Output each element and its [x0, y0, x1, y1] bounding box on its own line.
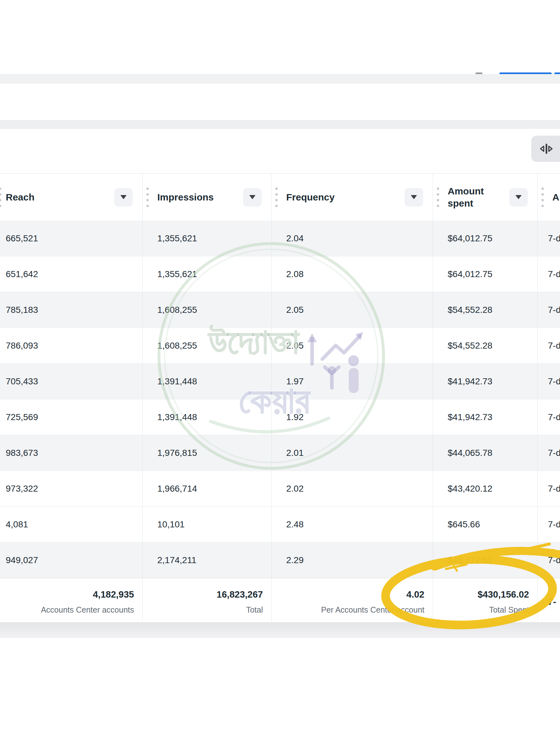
cell-impressions: 2,174,211 — [143, 542, 271, 578]
column-drag-handle[interactable] — [146, 187, 149, 207]
cell-frequency: 2.05 — [271, 328, 433, 363]
cell-impressions: 1,608,255 — [143, 292, 271, 328]
column-header-amount_spent: Amount spent — [433, 174, 538, 221]
total-label: Per Accounts Center account — [321, 605, 424, 615]
cell-impressions: 1,966,714 — [143, 471, 271, 506]
total-label: Total Spent — [489, 605, 529, 615]
totals-row: 4,182,935Accounts Center accounts16,823,… — [0, 578, 560, 626]
total-cell-amount_spent: $430,156.02Total Spent — [433, 578, 538, 626]
cell-attribution: 7-d — [538, 435, 560, 470]
cell-reach: 705,433 — [0, 364, 143, 399]
chevron-down-icon — [411, 195, 417, 199]
collapse-columns-button[interactable] — [531, 136, 560, 162]
total-value: 16,823,267 — [217, 589, 263, 600]
cell-amount_spent: $64,012.75 — [433, 221, 538, 256]
cell-frequency: 2.48 — [271, 507, 433, 542]
cell-frequency: 2.29 — [271, 542, 433, 578]
column-label: Amount spent — [448, 185, 507, 209]
cell-attribution: 7-d — [538, 507, 560, 542]
table-row: 785,1831,608,2552.05$54,552.287-d — [0, 292, 560, 328]
cell-amount_spent: $41,942.73 — [433, 400, 538, 435]
total-cell-frequency: 4.02Per Accounts Center account — [271, 578, 433, 626]
metrics-table: ReachImpressionsFrequencyAmount spentA 6… — [0, 173, 560, 626]
cell-reach: 973,322 — [0, 471, 143, 506]
table-row: 949,0272,174,2112.29$46,772.617-d — [0, 542, 560, 578]
column-header-reach: Reach — [0, 174, 143, 221]
total-cell-attribution: 7- — [538, 578, 560, 626]
cell-amount_spent: $41,942.73 — [433, 364, 538, 399]
cell-frequency: 1.92 — [271, 400, 433, 435]
cell-attribution: 7-d — [538, 364, 560, 399]
cell-attribution: 7-d — [538, 256, 560, 292]
column-header-frequency: Frequency — [271, 174, 433, 221]
cell-impressions: 1,391,448 — [143, 400, 271, 435]
cell-amount_spent: $645.66 — [433, 507, 538, 542]
table-row: 725,5691,391,4481.92$41,942.737-d — [0, 399, 560, 435]
total-value: 4.02 — [406, 589, 424, 600]
cell-reach: 983,673 — [0, 435, 143, 470]
column-menu-button[interactable] — [509, 188, 528, 207]
column-header-impressions: Impressions — [143, 174, 271, 221]
column-header-attribution: A — [538, 174, 560, 221]
column-menu-button[interactable] — [243, 188, 262, 207]
column-menu-button[interactable] — [405, 188, 423, 207]
table-row: 705,4331,391,4481.97$41,942.737-d — [0, 363, 560, 399]
cell-reach: 4,081 — [0, 507, 143, 542]
cell-reach: 786,093 — [0, 328, 143, 363]
total-cell-impressions: 16,823,267Total — [143, 578, 271, 626]
cell-impressions: 1,355,621 — [143, 256, 271, 292]
column-drag-handle[interactable] — [541, 187, 544, 207]
cell-reach: 949,027 — [0, 542, 143, 578]
column-label: Impressions — [157, 191, 214, 203]
toolbar-strip-middle — [0, 120, 560, 129]
chevron-down-icon — [515, 195, 522, 199]
table-row: 973,3221,966,7142.02$43,420.127-d — [0, 470, 560, 506]
total-cell-reach: 4,182,935Accounts Center accounts — [0, 578, 143, 626]
column-drag-handle[interactable] — [275, 187, 277, 207]
cell-amount_spent: $46,772.61 — [433, 542, 538, 578]
table-row: 665,5211,355,6212.04$64,012.757-d — [0, 221, 560, 256]
cell-frequency: 2.02 — [271, 471, 433, 506]
cell-reach: 785,183 — [0, 292, 143, 328]
cell-amount_spent: $54,552.28 — [433, 328, 538, 363]
cell-attribution: 7-d — [538, 542, 560, 578]
column-drag-handle[interactable] — [437, 187, 439, 207]
cell-impressions: 1,976,815 — [143, 435, 271, 470]
total-value: 4,182,935 — [93, 589, 134, 600]
cell-reach: 725,569 — [0, 400, 143, 435]
cell-amount_spent: $44,065.78 — [433, 435, 538, 470]
cell-amount_spent: $43,420.12 — [433, 471, 538, 506]
cell-attribution: 7-d — [538, 328, 560, 363]
cell-reach: 651,642 — [0, 256, 143, 292]
toolbar-strip-top — [0, 74, 560, 83]
cell-attribution: 7-d — [538, 292, 560, 328]
cell-frequency: 2.04 — [271, 221, 433, 256]
column-label: A — [552, 191, 559, 203]
column-label: Frequency — [286, 191, 335, 203]
table-row: 651,6421,355,6212.08$64,012.757-d — [0, 256, 560, 292]
table-body: 665,5211,355,6212.04$64,012.757-d651,642… — [0, 221, 560, 578]
cell-attribution: 7-d — [538, 221, 560, 256]
cell-impressions: 1,608,255 — [143, 328, 271, 363]
table-row: 983,6731,976,8152.01$44,065.787-d — [0, 435, 560, 470]
cell-amount_spent: $64,012.75 — [433, 256, 538, 292]
cell-impressions: 1,391,448 — [143, 364, 271, 399]
cell-frequency: 1.97 — [271, 364, 433, 399]
total-label: Accounts Center accounts — [41, 605, 134, 615]
ads-manager-report-screen: ReachImpressionsFrequencyAmount spentA 6… — [0, 0, 560, 747]
cell-frequency: 2.05 — [271, 292, 433, 328]
total-value: $430,156.02 — [478, 589, 529, 600]
chevron-down-icon — [120, 195, 127, 199]
cell-frequency: 2.08 — [271, 256, 433, 292]
horizontal-scrollbar-track[interactable] — [0, 622, 560, 638]
table-header-row: ReachImpressionsFrequencyAmount spentA — [0, 173, 560, 221]
table-row: 786,0931,608,2552.05$54,552.287-d — [0, 328, 560, 363]
total-label: Total — [246, 605, 263, 615]
column-drag-handle[interactable] — [0, 187, 1, 207]
cell-attribution: 7-d — [538, 471, 560, 506]
column-menu-button[interactable] — [114, 188, 133, 207]
collapse-columns-icon — [539, 141, 554, 156]
cell-frequency: 2.01 — [271, 435, 433, 470]
cell-reach: 665,521 — [0, 221, 143, 256]
column-label: Reach — [6, 191, 34, 203]
